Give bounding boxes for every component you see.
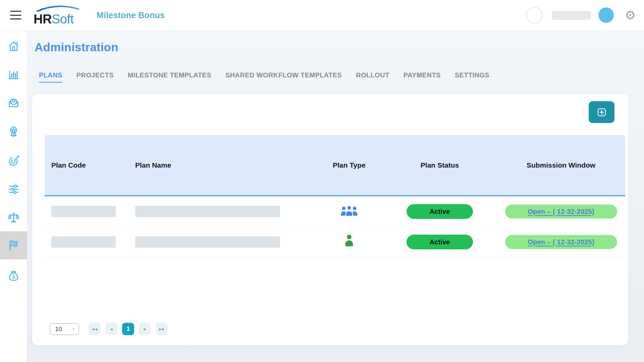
main-content: Administration PLANS PROJECTS MILESTONE … bbox=[27, 31, 644, 362]
submission-window-link[interactable]: Open – ( 12-32-2025) bbox=[528, 208, 594, 216]
plan-code-cell bbox=[45, 206, 135, 217]
money-envelope-icon bbox=[7, 97, 20, 109]
scales-icon bbox=[7, 211, 20, 224]
tab-milestone-templates[interactable]: MILESTONE TEMPLATES bbox=[128, 71, 211, 83]
header-placeholder-bar bbox=[552, 11, 591, 20]
header-circle-button[interactable] bbox=[526, 7, 543, 23]
plan-name-placeholder bbox=[135, 236, 280, 248]
sidebar-item-awards[interactable] bbox=[0, 117, 27, 145]
tab-projects[interactable]: PROJECTS bbox=[76, 71, 114, 83]
plan-code-placeholder bbox=[51, 206, 116, 217]
plans-table: Plan Code Plan Name Plan Type Plan Statu… bbox=[45, 135, 625, 257]
user-avatar[interactable] bbox=[598, 7, 614, 23]
settings-gear-icon[interactable]: ⚙ bbox=[623, 0, 638, 31]
page-title: Administration bbox=[35, 41, 118, 54]
plans-card: Plan Code Plan Name Plan Type Plan Statu… bbox=[32, 94, 628, 345]
sidebar-item-goals[interactable] bbox=[0, 147, 27, 175]
money-bag-icon: $ bbox=[7, 269, 20, 282]
submission-window-cell: Open – ( 12-32-2025) bbox=[497, 235, 625, 249]
app-title: Milestone Bonus bbox=[97, 0, 165, 31]
plan-code-placeholder bbox=[51, 236, 116, 248]
group-people-icon bbox=[340, 204, 358, 219]
plan-status-cell: Active bbox=[383, 235, 497, 249]
sidebar-item-reports[interactable] bbox=[0, 60, 27, 88]
submission-window-pill: Open – ( 12-32-2025) bbox=[505, 204, 617, 219]
home-icon bbox=[7, 40, 20, 53]
first-page-button[interactable]: ◄◄ bbox=[89, 323, 101, 335]
logo-arc-icon bbox=[36, 5, 80, 12]
sidebar-item-configuration[interactable] bbox=[0, 175, 27, 203]
column-header-plan-type: Plan Type bbox=[316, 161, 383, 169]
status-badge: Active bbox=[407, 204, 473, 219]
column-header-plan-status: Plan Status bbox=[383, 161, 497, 169]
submission-window-pill: Open – ( 12-32-2025) bbox=[505, 235, 617, 249]
page-size-select[interactable]: 10 ▼ bbox=[50, 323, 79, 335]
single-person-icon bbox=[344, 234, 354, 250]
plan-status-cell: Active bbox=[383, 204, 497, 219]
sidebar-nav: $ bbox=[0, 31, 27, 362]
tab-rollout[interactable]: ROLLOUT bbox=[356, 71, 389, 83]
add-plan-button[interactable] bbox=[589, 101, 614, 123]
app-root: HRSoft Milestone Bonus ⚙ bbox=[0, 0, 644, 362]
plan-name-placeholder bbox=[135, 206, 280, 217]
column-header-plan-name: Plan Name bbox=[135, 161, 316, 169]
target-goal-icon bbox=[7, 155, 20, 167]
hamburger-menu-icon[interactable] bbox=[10, 11, 21, 19]
submission-window-cell: Open – ( 12-32-2025) bbox=[497, 204, 625, 219]
tab-settings[interactable]: SETTINGS bbox=[455, 71, 489, 83]
pagination: 10 ▼ ◄◄ ◄ 1 ► ►► bbox=[50, 323, 168, 335]
logo-text: HRSoft bbox=[34, 12, 74, 26]
plan-name-cell bbox=[135, 236, 316, 248]
plus-icon bbox=[596, 107, 608, 118]
sliders-icon bbox=[7, 183, 20, 195]
sidebar-item-milestones[interactable] bbox=[0, 231, 27, 259]
submission-window-link[interactable]: Open – ( 12-32-2025) bbox=[528, 238, 594, 246]
status-badge: Active bbox=[407, 235, 473, 249]
sidebar-item-home[interactable] bbox=[0, 32, 27, 60]
tab-payments[interactable]: PAYMENTS bbox=[404, 71, 441, 83]
plan-type-cell bbox=[316, 234, 383, 250]
bar-chart-icon bbox=[7, 68, 20, 81]
plan-code-cell bbox=[45, 236, 135, 248]
tab-plans[interactable]: PLANS bbox=[39, 71, 62, 83]
plan-type-cell bbox=[316, 204, 383, 219]
pagination-buttons: ◄◄ ◄ 1 ► ►► bbox=[89, 323, 168, 335]
plan-name-cell bbox=[135, 206, 316, 217]
table-row[interactable]: Active Open – ( 12-32-2025) bbox=[45, 227, 625, 257]
column-header-submission-window: Submission Window bbox=[497, 161, 625, 169]
table-header-row: Plan Code Plan Name Plan Type Plan Statu… bbox=[45, 135, 625, 196]
sidebar-item-payments[interactable] bbox=[0, 88, 27, 117]
admin-tabs: PLANS PROJECTS MILESTONE TEMPLATES SHARE… bbox=[39, 71, 489, 83]
tab-shared-workflow-templates[interactable]: SHARED WORKFLOW TEMPLATES bbox=[225, 71, 342, 83]
award-ribbon-icon bbox=[7, 125, 20, 138]
last-page-button[interactable]: ►► bbox=[156, 323, 168, 335]
hrsoft-logo[interactable]: HRSoft bbox=[34, 3, 87, 28]
current-page-button[interactable]: 1 bbox=[122, 323, 134, 335]
table-row[interactable]: Active Open – ( 12-32-2025) bbox=[45, 196, 625, 227]
svg-text:$: $ bbox=[12, 274, 15, 280]
sidebar-item-bonus[interactable]: $ bbox=[0, 261, 27, 290]
checkered-flag-icon bbox=[7, 239, 20, 252]
column-header-plan-code: Plan Code bbox=[45, 161, 135, 169]
page-size-value: 10 bbox=[55, 325, 62, 333]
sidebar-item-compliance[interactable] bbox=[0, 203, 27, 231]
top-header: HRSoft Milestone Bonus ⚙ bbox=[0, 0, 644, 31]
chevron-down-icon: ▼ bbox=[72, 327, 75, 331]
previous-page-button[interactable]: ◄ bbox=[105, 323, 117, 335]
next-page-button[interactable]: ► bbox=[139, 323, 151, 335]
